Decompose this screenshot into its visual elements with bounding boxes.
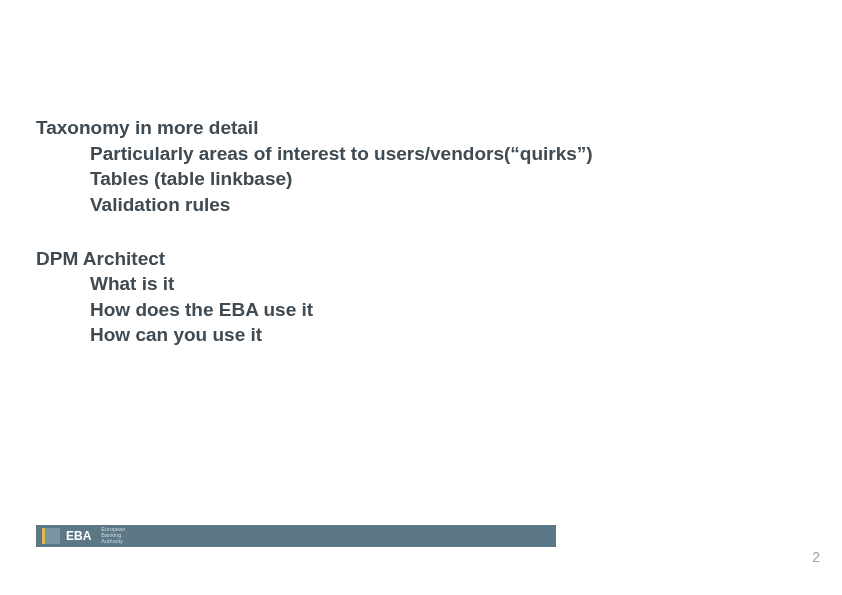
section-taxonomy: Taxonomy in more detail Particularly are… — [36, 115, 802, 218]
bullet-item: Particularly areas of interest to users/… — [90, 141, 802, 167]
eba-logo-icon — [42, 528, 60, 544]
bullet-item: Validation rules — [90, 192, 802, 218]
slide-content: Taxonomy in more detail Particularly are… — [36, 115, 802, 376]
bullet-item: Tables (table linkbase) — [90, 166, 802, 192]
section-title: DPM Architect — [36, 246, 802, 272]
section-dpm-architect: DPM Architect What is it How does the EB… — [36, 246, 802, 349]
section-title: Taxonomy in more detail — [36, 115, 802, 141]
bullet-item: How can you use it — [90, 322, 802, 348]
bullet-item: How does the EBA use it — [90, 297, 802, 323]
footer-brand-bar: EBA European Banking Authority — [36, 525, 556, 547]
bullet-item: What is it — [90, 271, 802, 297]
page-number: 2 — [812, 549, 820, 565]
brand-fullname: European Banking Authority — [101, 527, 125, 544]
brand-abbrev: EBA — [66, 529, 91, 543]
